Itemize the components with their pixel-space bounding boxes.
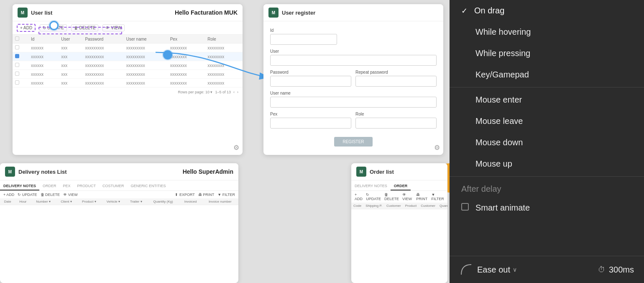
dropdown-item-while-pressing[interactable]: While pressing	[450, 43, 644, 64]
row-checkbox[interactable]	[15, 80, 19, 85]
logo-bottom-right: M	[356, 167, 366, 177]
dropdown-label-mouse-enter: Mouse enter	[475, 95, 522, 105]
order-list-title: Order list	[370, 169, 394, 175]
repeat-password-field: Repeat password	[355, 70, 437, 87]
checkmark-icon: ✓	[461, 6, 468, 15]
role-input[interactable]	[355, 118, 437, 129]
dropdown-item-smart-animate[interactable]: Smart animate	[450, 197, 644, 219]
frame-list-title-left: User list	[31, 10, 52, 16]
dropdown-item-mouse-leave[interactable]: Mouse leave	[450, 111, 644, 132]
tab-costumer[interactable]: COSTUMER	[99, 182, 128, 190]
settings-icon-left[interactable]: ⚙	[233, 144, 239, 152]
register-button[interactable]: REGISTER	[334, 137, 372, 147]
frame-delivery-notes: M Delivery notes List Hello SuperAdmin D…	[0, 163, 238, 283]
tab-pex[interactable]: PEX	[60, 182, 74, 190]
view-btn-order[interactable]: 👁 VIEW	[402, 193, 413, 201]
time-selector[interactable]: ⏱ 300ms	[598, 265, 634, 275]
delivery-app-title: Hello SuperAdmin	[183, 168, 233, 175]
frame-user-register: M User register Id User Password Repeat …	[263, 4, 443, 155]
ease-label: Ease out ∨	[477, 265, 517, 275]
dropdown-item-while-hovering[interactable]: While hovering	[450, 21, 644, 43]
next-page-btn[interactable]: ›	[237, 90, 238, 94]
tab-order-order[interactable]: ORDER	[391, 182, 411, 190]
settings-icon-right[interactable]: ⚙	[434, 144, 440, 152]
repeat-password-input[interactable]	[355, 76, 437, 87]
user-field: User	[270, 49, 437, 66]
frame-header-right: M User register	[263, 4, 443, 21]
delete-btn-delivery[interactable]: 🗑 DELETE	[41, 193, 60, 197]
dropdown-item-on-drag[interactable]: ✓ On drag	[450, 0, 644, 21]
register-form: Id User Password Repeat password User na…	[263, 21, 443, 153]
print-btn-order[interactable]: 🖶 PRINT	[416, 193, 428, 201]
add-button-left[interactable]: + ADD	[17, 24, 36, 32]
pagination: Rows per page: 10 ▾ 1–5 of 13 ‹ ›	[13, 87, 243, 97]
user-label: User	[270, 49, 437, 54]
connector-handle-mid[interactable]	[163, 50, 172, 59]
table-row[interactable]: xxxxxxxxx xxxxxxxxxxxxxxxxxx xxxxxxxxxxx…	[13, 70, 243, 79]
dropdown-label-while-pressing: While pressing	[475, 49, 530, 58]
smart-animate-checkbox[interactable]	[461, 203, 469, 213]
row-checkbox[interactable]	[15, 45, 19, 49]
prev-page-btn[interactable]: ‹	[233, 90, 235, 94]
table-row[interactable]: xxxxxxxxx xxxxxxxxxxxxxxxxxx xxxxxxxxxxx…	[13, 44, 243, 52]
row-checkbox[interactable]	[15, 63, 19, 67]
logo-right: M	[268, 8, 279, 18]
user-input[interactable]	[270, 55, 437, 66]
tab-order[interactable]: ORDER	[39, 182, 60, 190]
pex-field: Pex	[270, 112, 351, 129]
print-btn-delivery[interactable]: 🖶 PRINT	[198, 193, 215, 197]
password-input[interactable]	[270, 76, 351, 87]
id-label: Id	[270, 28, 437, 33]
frame-app-title-left: Hello Facturation MUK	[175, 9, 238, 16]
frame-bottom-right-header: M Order list	[351, 163, 447, 180]
tab-delivery-notes[interactable]: DELIVERY NOTES	[0, 182, 39, 190]
logo-left: M	[18, 8, 28, 18]
username-input[interactable]	[270, 97, 437, 108]
dropdown-item-mouse-up[interactable]: Mouse up	[450, 153, 644, 175]
tab-order-delivery[interactable]: DELIVERY NOTES	[351, 182, 391, 190]
delivery-table: Date Hour Number ▾ Client ▾ Product ▾ Ve…	[0, 198, 238, 205]
dropdown-item-key-gamepad[interactable]: Key/Gamepad	[450, 64, 644, 85]
add-btn-delivery[interactable]: + ADD	[3, 193, 14, 197]
dropdown-label-mouse-down: Mouse down	[475, 138, 523, 147]
table-row[interactable]: xxxxxxxxx xxxxxxxxxxxxxxxxxx xxxxxxxxxxx…	[13, 52, 243, 61]
row-checkbox-checked[interactable]	[15, 54, 19, 58]
delivery-list-title: Delivery notes List	[18, 169, 67, 175]
export-btn-delivery[interactable]: ⬆ EXPORT	[175, 193, 194, 197]
ease-selector[interactable]: Ease out ∨	[460, 263, 517, 276]
delivery-nav-tabs: DELIVERY NOTES ORDER PEX PRODUCT COSTUME…	[0, 182, 238, 191]
dropdown-label-mouse-up: Mouse up	[475, 159, 512, 169]
tab-product[interactable]: PRODUCT	[74, 182, 100, 190]
tab-generic[interactable]: GENERIC ENTITIES	[128, 182, 169, 190]
table-row[interactable]: xxxxxxxxx xxxxxxxxxxxxxxxxxx xxxxxxxxxxx…	[13, 61, 243, 70]
pex-input[interactable]	[270, 118, 351, 129]
filter-btn-delivery[interactable]: ▼ FILTER	[217, 193, 235, 197]
frame-bottom-left-header: M Delivery notes List Hello SuperAdmin	[0, 163, 238, 180]
role-field: Role	[355, 112, 437, 129]
user-table: Id User Password User name Pex Role xxxx…	[13, 35, 243, 87]
update-btn-order[interactable]: ↻ UPDATE	[366, 193, 381, 201]
time-value: 300ms	[609, 265, 634, 275]
dropdown-item-mouse-down[interactable]: Mouse down	[450, 132, 644, 153]
trigger-dropdown-panel: ✓ On drag While hovering While pressing …	[450, 0, 644, 283]
row-checkbox[interactable]	[15, 72, 19, 76]
view-btn-delivery[interactable]: 👁 VIEW	[63, 193, 78, 197]
update-btn-delivery[interactable]: ↻ UPDATE	[18, 193, 37, 197]
canvas-area: M User list Hello Facturation MUK + ADD …	[0, 0, 450, 283]
filter-btn-order[interactable]: ▼ FILTER	[431, 193, 444, 201]
select-all-checkbox[interactable]	[15, 36, 19, 41]
connector-handle-start[interactable]	[49, 21, 59, 30]
add-btn-order[interactable]: + ADD	[355, 193, 363, 201]
divider-1	[450, 87, 644, 87]
id-input[interactable]	[270, 34, 337, 45]
frame-user-list: M User list Hello Facturation MUK + ADD …	[13, 4, 243, 155]
delete-btn-order[interactable]: 🗑 DELETE	[384, 193, 399, 201]
dropdown-item-mouse-enter[interactable]: Mouse enter	[450, 89, 644, 111]
username-label: User name	[270, 91, 437, 95]
order-table: Code Shipping P. Customer Product Custom…	[351, 203, 447, 209]
delivery-toolbar: + ADD ↻ UPDATE 🗑 DELETE 👁 VIEW ⬆ EXPORT …	[0, 191, 238, 198]
frame-header-left: M User list Hello Facturation MUK	[13, 4, 243, 21]
dropdown-label-on-drag: On drag	[474, 6, 504, 15]
table-row[interactable]: xxxxxxxxx xxxxxxxxxxxxxxxxxx xxxxxxxxxxx…	[13, 79, 243, 87]
timer-icon: ⏱	[598, 265, 606, 274]
